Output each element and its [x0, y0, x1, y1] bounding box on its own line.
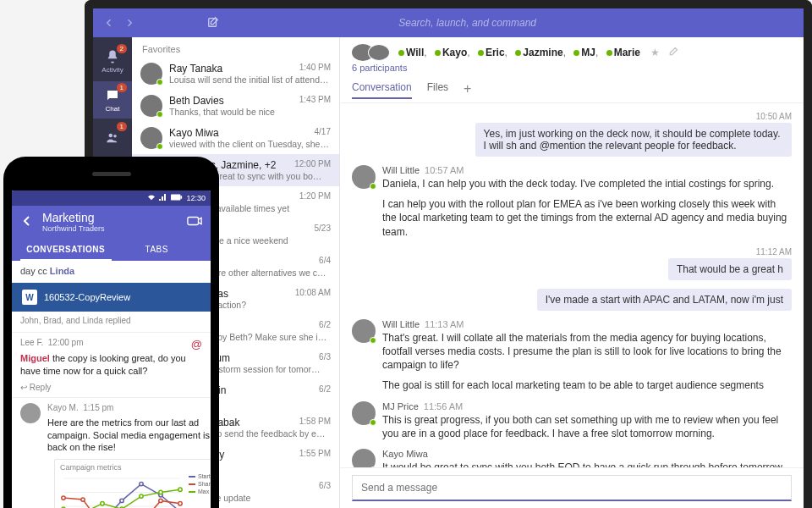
team-name: Northwind Traders: [42, 224, 178, 233]
presence-indicator: [370, 183, 376, 190]
message-time: 11:12 AM: [668, 247, 792, 257]
message-self: I've made a start with APAC and LATAM, n…: [537, 289, 792, 311]
tab-conversation[interactable]: Conversation: [352, 81, 412, 99]
message-input[interactable]: [352, 475, 792, 501]
message-self: 11:12 AMThat would be a great h: [668, 247, 792, 280]
file-attachment[interactable]: W 160532-CopyReview: [12, 283, 211, 312]
phone-screen: 12:30 Marketing Northwind Traders CONVER…: [12, 190, 211, 508]
svg-point-32: [178, 488, 182, 491]
titlebar: Search, launch, and command: [93, 8, 804, 37]
chat-preview: Louisa will send the initial list of att…: [169, 75, 331, 85]
message-time: 11:13 AM: [425, 319, 464, 329]
svg-point-25: [178, 502, 182, 505]
phone-status-bar: 12:30: [12, 190, 211, 206]
avatar: [20, 403, 41, 423]
avatar: [140, 95, 162, 117]
message-author: Kayo Miwa: [382, 449, 792, 459]
chat-name: Ray Tanaka: [169, 63, 222, 75]
avatar: [368, 44, 390, 61]
message: MJ Price11:56 AM This is great progress,…: [352, 401, 792, 440]
chart-legend: StarterSharesMax: [189, 473, 211, 508]
phone-tab-tabs[interactable]: TABS: [112, 240, 203, 261]
participant-name: Kayo: [442, 47, 467, 58]
chat-time: 1:20 PM: [299, 191, 331, 203]
command-bar[interactable]: Search, launch, and command: [231, 17, 705, 29]
chart-title: Campaign metrics: [58, 463, 211, 473]
chat-list-item[interactable]: Kayo Miwa4/17 viewed with the client on …: [132, 122, 339, 154]
legend-item: Shares: [189, 481, 211, 487]
chat-time: 1:58 PM: [299, 417, 331, 428]
message-author: Will Little10:57 AM: [382, 165, 792, 175]
participant-name: MJ: [581, 47, 595, 58]
phone-tab-conversations[interactable]: CONVERSATIONS: [20, 240, 112, 261]
presence-indicator: [370, 337, 376, 344]
chat-time: 5/23: [315, 224, 331, 235]
presence-dot: [478, 50, 484, 56]
compose-icon[interactable]: [207, 16, 219, 30]
cc-line: day cc Linda: [12, 261, 211, 281]
legend-item: Max: [189, 489, 211, 494]
svg-point-15: [120, 499, 123, 502]
chat-list-item[interactable]: Beth Davies1:43 PM Thanks, that would be…: [132, 90, 339, 122]
rail-chat-badge: 1: [117, 83, 127, 92]
channel-options-icon[interactable]: [187, 215, 202, 229]
chat-name: Kayo Miwa: [169, 127, 219, 139]
svg-rect-6: [188, 218, 199, 225]
phone-device: 12:30 Marketing Northwind Traders CONVER…: [3, 157, 219, 508]
add-tab-button[interactable]: +: [464, 81, 471, 99]
chat-time: 12:00 PM: [294, 159, 331, 171]
avatar: [352, 319, 376, 343]
edit-icon[interactable]: [668, 47, 678, 59]
replies-summary[interactable]: John, Brad, and Linda replied: [12, 313, 211, 332]
participant-name: Eric: [486, 47, 505, 58]
chat-list-item[interactable]: Ray Tanaka1:40 PM Louisa will send the i…: [132, 58, 339, 90]
compose-area: [340, 467, 804, 508]
chat-time: 1:55 PM: [299, 449, 331, 461]
star-icon[interactable]: ★: [650, 47, 660, 58]
message-time: 10:57 AM: [425, 165, 464, 175]
battery-icon: [171, 194, 183, 202]
presence-indicator: [156, 111, 163, 118]
presence-indicator: [370, 419, 376, 426]
people-icon: [105, 130, 120, 146]
back-icon[interactable]: [20, 214, 34, 229]
clock: 12:30: [186, 194, 206, 202]
message-text: That's great. I will collate all the mat…: [382, 331, 792, 373]
message-text: I've made a start with APAC and LATAM, n…: [537, 289, 792, 311]
campaign-metrics-chart[interactable]: Campaign metrics StarterSharesMax: [54, 459, 211, 508]
svg-point-1: [109, 134, 113, 138]
nav-forward-icon[interactable]: [122, 15, 137, 30]
participant-list: Will, Kayo, Eric, Jazmine, MJ, Marie ★: [352, 44, 792, 61]
rail-teams[interactable]: 1: [93, 120, 132, 157]
avatar: [352, 449, 376, 467]
signal-icon: [159, 194, 167, 202]
message: Will Little11:13 AM That's great. I will…: [352, 319, 792, 393]
svg-point-31: [159, 491, 162, 494]
participant-count[interactable]: 6 participants: [352, 63, 792, 73]
word-doc-icon: W: [22, 290, 37, 305]
rail-chat[interactable]: 1 Chat: [93, 81, 132, 119]
nav-back-icon[interactable]: [102, 15, 117, 30]
tab-files[interactable]: Files: [427, 81, 448, 99]
presence-dot: [515, 50, 521, 56]
conversation-header: Will, Kayo, Eric, Jazmine, MJ, Marie ★ 6…: [340, 37, 804, 103]
rail-label: Chat: [106, 105, 120, 113]
svg-point-16: [140, 483, 143, 486]
presence-indicator: [156, 79, 163, 86]
phone-speaker: [92, 172, 131, 176]
mention-icon: @: [191, 338, 202, 351]
reply-button[interactable]: ↩ Reply: [20, 383, 202, 392]
message: Kayo Miwa It would be great to sync with…: [352, 449, 792, 467]
chatlist-section-label: Favorites: [132, 37, 339, 58]
svg-rect-4: [171, 195, 180, 201]
message-text: It would be great to sync with you both …: [382, 461, 792, 467]
message: Will Little10:57 AM Daniela, I can help …: [352, 165, 792, 239]
chat-time: 6/2: [319, 320, 331, 332]
chat-time: 6/3: [319, 352, 331, 364]
phone-feed: day cc Linda W 160532-CopyReview John, B…: [12, 261, 211, 508]
presence-dot: [435, 50, 441, 56]
svg-point-20: [81, 498, 85, 501]
legend-item: Starter: [189, 473, 211, 479]
wifi-icon: [147, 194, 156, 202]
rail-activity[interactable]: 2 Activity: [93, 42, 132, 80]
